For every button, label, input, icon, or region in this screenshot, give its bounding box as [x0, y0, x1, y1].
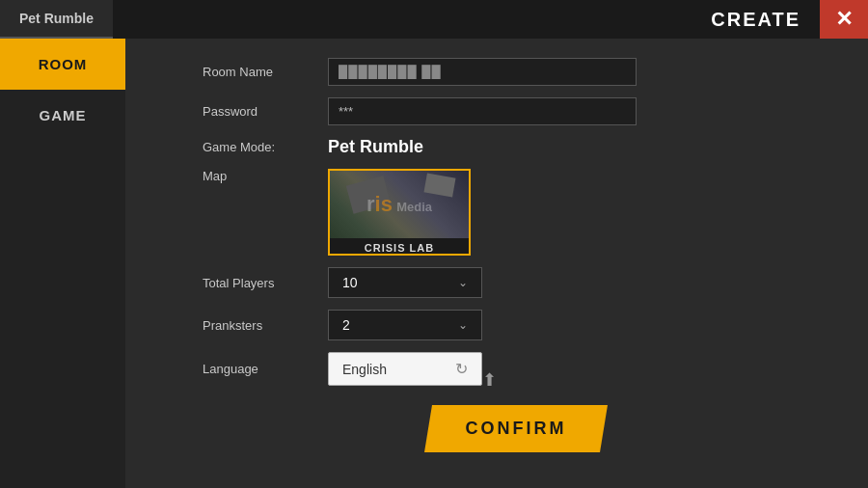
pranksters-row: Pranksters 2 ⌄ [203, 310, 829, 340]
sidebar: ROOM GAME [0, 39, 125, 488]
sidebar-room-label: ROOM [39, 56, 88, 72]
password-label: Password [203, 104, 328, 119]
room-name-label: Room Name [203, 65, 328, 79]
game-mode-value: Pet Rumble [328, 137, 423, 157]
total-players-value: 10 [342, 275, 358, 290]
total-players-chevron-icon: ⌄ [458, 276, 468, 289]
create-label: CREATE [711, 9, 820, 31]
pranksters-chevron-icon: ⌄ [458, 318, 468, 332]
map-label: Map [203, 169, 328, 183]
pranksters-dropdown[interactable]: 2 ⌄ [328, 310, 482, 340]
sidebar-item-game[interactable]: GAME [0, 90, 125, 141]
map-thumbnail: ris Media [330, 171, 469, 238]
confirm-section: CONFIRM [203, 405, 829, 452]
language-refresh-icon[interactable]: ↻ [455, 360, 468, 378]
room-name-input[interactable] [328, 58, 637, 86]
map-thumbnail-container[interactable]: ris Media CRISIS LAB [328, 169, 471, 256]
room-name-row: Room Name [203, 58, 829, 86]
top-bar: Pet Rumble CREATE ✕ [0, 0, 868, 39]
pranksters-label: Pranksters [203, 318, 328, 333]
password-input[interactable] [328, 97, 637, 125]
sidebar-game-label: GAME [40, 107, 87, 123]
map-thumb-inner [330, 171, 469, 238]
pet-rumble-tab-label: Pet Rumble [19, 11, 94, 26]
pet-rumble-tab[interactable]: Pet Rumble [0, 0, 113, 39]
language-dropdown[interactable]: English ↻ [328, 352, 482, 386]
language-row: Language English ↻ ⬆ [203, 352, 829, 386]
main-content: Room Name Password Game Mode: Pet Rumble… [125, 39, 868, 488]
language-value: English [342, 362, 387, 377]
password-row: Password [203, 97, 829, 125]
map-name-label: CRISIS LAB [330, 238, 469, 256]
pranksters-value: 2 [342, 317, 350, 333]
confirm-button[interactable]: CONFIRM [424, 405, 608, 452]
close-icon: ✕ [835, 7, 853, 32]
close-button[interactable]: ✕ [820, 0, 868, 39]
language-dropdown-area: English ↻ ⬆ [328, 352, 482, 386]
cursor-indicator: ⬆ [482, 369, 497, 391]
top-bar-left: Pet Rumble [0, 0, 113, 39]
sidebar-item-room[interactable]: ROOM [0, 39, 125, 90]
map-row: Map ris Media CRISIS LAB [203, 169, 829, 256]
total-players-label: Total Players [203, 276, 328, 290]
total-players-row: Total Players 10 ⌄ [203, 267, 829, 298]
game-mode-row: Game Mode: Pet Rumble [203, 137, 829, 157]
total-players-dropdown[interactable]: 10 ⌄ [328, 267, 482, 298]
language-label: Language [203, 362, 328, 376]
game-mode-label: Game Mode: [203, 140, 328, 154]
top-bar-right: CREATE ✕ [711, 0, 868, 39]
